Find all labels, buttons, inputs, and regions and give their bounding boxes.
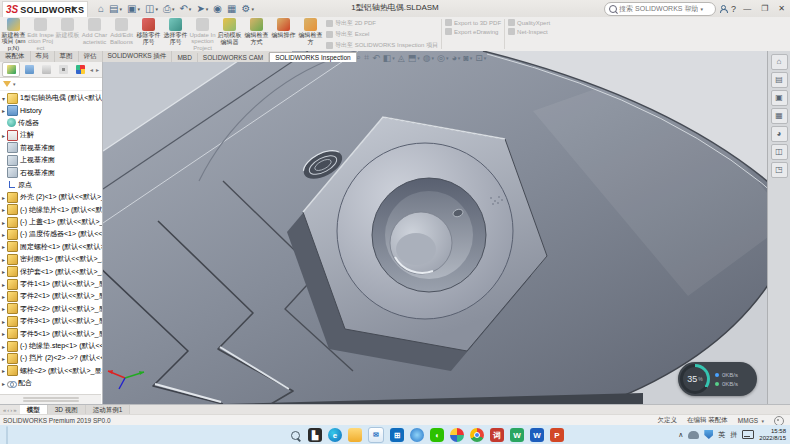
- panel-tab-scroll-arrow[interactable]: ▸: [95, 66, 100, 73]
- tree-expand-arrow[interactable]: ▸: [0, 256, 7, 263]
- edit-inspection-button[interactable]: 编辑检查方: [297, 17, 324, 51]
- tab-SOLIDWORKS Inspection[interactable]: SOLIDWORKS Inspection: [269, 52, 357, 62]
- forum-icon[interactable]: ◳: [771, 162, 788, 178]
- tree-item[interactable]: 前视基准面: [0, 142, 102, 154]
- model-assembly[interactable]: [103, 51, 790, 404]
- apply-scene-icon[interactable]: ◙▾: [463, 53, 472, 63]
- dropdown-caret-icon[interactable]: ▾: [155, 2, 158, 16]
- tree-item[interactable]: 原点: [0, 179, 102, 191]
- units-caret-icon[interactable]: ▾: [760, 418, 764, 424]
- tree-expand-arrow[interactable]: ▸: [0, 318, 7, 325]
- word-icon[interactable]: W: [530, 428, 544, 442]
- tree-item[interactable]: 右视基准面: [0, 166, 102, 178]
- featuremanager-tab[interactable]: [2, 62, 20, 77]
- tree-item[interactable]: 上视基准面: [0, 154, 102, 166]
- select-balloons-button[interactable]: 选择零件序号: [162, 17, 189, 51]
- open-file-icon[interactable]: ▣▾: [125, 2, 142, 16]
- tree-expand-arrow[interactable]: ▸: [0, 243, 7, 250]
- tree-expand-arrow[interactable]: ▸: [0, 355, 7, 362]
- tree-item[interactable]: ▸零件5<1> (默认<<默认>_显示状态: [0, 327, 102, 339]
- previous-view-icon[interactable]: ↶: [372, 53, 380, 63]
- net-speed-widget[interactable]: 35% 0KB/s 0KB/s: [678, 362, 757, 396]
- dynamic-annotation-icon[interactable]: ◬: [398, 53, 405, 63]
- search-caret-icon[interactable]: ▾: [700, 6, 703, 12]
- store-icon[interactable]: ⊞: [390, 428, 404, 442]
- display-style-icon[interactable]: ◍▾: [423, 53, 434, 63]
- tree-item[interactable]: ▸配合: [0, 377, 102, 389]
- view-tab-arrow-icon[interactable]: »: [13, 407, 16, 413]
- new-file-icon[interactable]: ▤▾: [107, 2, 124, 16]
- model-inner-hole[interactable]: [396, 233, 436, 265]
- tree-expand-arrow[interactable]: ▸: [0, 206, 7, 213]
- search-button[interactable]: [288, 428, 302, 442]
- tree-item[interactable]: ▸外壳 (2)<1> (默认<<默认>_显示状: [0, 191, 102, 203]
- appearances-scenes-icon[interactable]: ◕: [771, 126, 788, 142]
- tree-expand-arrow[interactable]: ▸: [0, 343, 7, 350]
- ppt-icon[interactable]: P: [550, 428, 564, 442]
- tab-MBD[interactable]: MBD: [172, 53, 197, 62]
- tree-item[interactable]: ▸(-) 绝缘垫.step<1> (默认<<默认>: [0, 340, 102, 352]
- tab-SOLIDWORKS CAM[interactable]: SOLIDWORKS CAM: [198, 53, 269, 62]
- dropdown-caret-icon[interactable]: ▾: [120, 2, 123, 16]
- photos-icon[interactable]: [410, 428, 424, 442]
- edge-icon[interactable]: e: [328, 428, 342, 442]
- filter-caret-icon[interactable]: ▾: [13, 81, 16, 87]
- restore-button[interactable]: ❐: [758, 4, 771, 13]
- dropdown-caret-icon[interactable]: ▾: [172, 2, 175, 16]
- home-icon[interactable]: ⌂: [96, 2, 106, 16]
- tree-item[interactable]: ▸零件2<2> (默认<<默认>_显示状态: [0, 303, 102, 315]
- tree-expand-arrow[interactable]: ▸: [0, 231, 7, 238]
- close-button[interactable]: ✕: [775, 4, 788, 13]
- view-orientation-icon[interactable]: ⬒▾: [408, 53, 420, 63]
- login-user-icon[interactable]: [720, 5, 727, 12]
- tree-expand-arrow[interactable]: ▸: [0, 305, 7, 312]
- file-explorer-icon[interactable]: ▣: [771, 90, 788, 106]
- tray-expand-icon[interactable]: ∧: [678, 431, 683, 439]
- configurationmanager-tab[interactable]: [38, 63, 54, 76]
- section-view-icon[interactable]: ◧▾: [383, 53, 395, 63]
- wechat-icon[interactable]: ◖: [430, 428, 444, 442]
- tree-expand-arrow[interactable]: ▸: [0, 268, 7, 275]
- view-palette-icon[interactable]: ▦: [771, 108, 788, 124]
- edit-operation-button[interactable]: 编辑操作: [270, 17, 297, 51]
- dimxpertmanager-tab[interactable]: [55, 63, 71, 76]
- hide-show-items-icon[interactable]: ◎▾: [437, 53, 448, 63]
- select-icon[interactable]: ➤▾: [194, 2, 210, 16]
- tree-expand-arrow[interactable]: ▸: [0, 293, 7, 300]
- zoom-fit-icon[interactable]: ⌕: [356, 52, 361, 63]
- print-icon[interactable]: ⎙▾: [161, 2, 177, 16]
- dropdown-caret-icon[interactable]: ▾: [137, 2, 140, 16]
- save-icon[interactable]: ◫▾: [143, 2, 160, 16]
- tree-expand-arrow[interactable]: ▸: [0, 367, 7, 374]
- widgets-icon[interactable]: [6, 426, 8, 444]
- tab-装配体[interactable]: 装配体: [0, 51, 31, 62]
- taskbar-clock[interactable]: 15:582022/8/15: [759, 428, 786, 442]
- chrome-icon[interactable]: [470, 428, 484, 442]
- tree-item[interactable]: ▸密封圈<1> (默认<<默认>_显示状: [0, 253, 102, 265]
- touch-keyboard-icon[interactable]: [742, 430, 754, 439]
- tree-expand-arrow[interactable]: ▸: [0, 132, 7, 139]
- tree-expand-arrow[interactable]: ▸: [0, 194, 7, 201]
- tree-item[interactable]: ▸(-) 温度传感器<1> (默认<<默认>_: [0, 228, 102, 240]
- wps-icon[interactable]: W: [510, 428, 524, 442]
- tree-item[interactable]: ▸零件2<1> (默认<<默认>_显示状态: [0, 290, 102, 302]
- dictionary-icon[interactable]: 词: [490, 428, 504, 442]
- file-explorer-icon[interactable]: [348, 428, 362, 442]
- tab-布局[interactable]: 布局: [31, 51, 55, 62]
- remove-balloons-button[interactable]: 移除零件序号: [135, 17, 162, 51]
- capture-icon[interactable]: ▙: [308, 428, 322, 442]
- tree-item[interactable]: 传感器: [0, 117, 102, 129]
- dropdown-caret-icon[interactable]: ▾: [470, 55, 473, 61]
- view-tab-arrow-icon[interactable]: «: [3, 407, 6, 413]
- mail-icon[interactable]: ✉: [368, 427, 384, 443]
- solidworks-resources-icon[interactable]: ⌂: [771, 54, 788, 70]
- status-options-icon[interactable]: [774, 416, 784, 426]
- tree-expand-arrow[interactable]: ▸: [0, 219, 7, 226]
- browser-360-icon[interactable]: [450, 428, 464, 442]
- view-tab-arrow-icon[interactable]: ›: [10, 407, 12, 413]
- tree-item[interactable]: ▸螺栓<2> (默认<<默认>_显示状态: [0, 365, 102, 377]
- logo-expand-arrow[interactable]: ▸: [72, 3, 76, 12]
- tab-SOLIDWORKS 插件[interactable]: SOLIDWORKS 插件: [103, 51, 173, 62]
- new-inspection-project-button[interactable]: 新建检查项目 (amp;N): [0, 17, 27, 51]
- panel-splitter[interactable]: [0, 394, 101, 404]
